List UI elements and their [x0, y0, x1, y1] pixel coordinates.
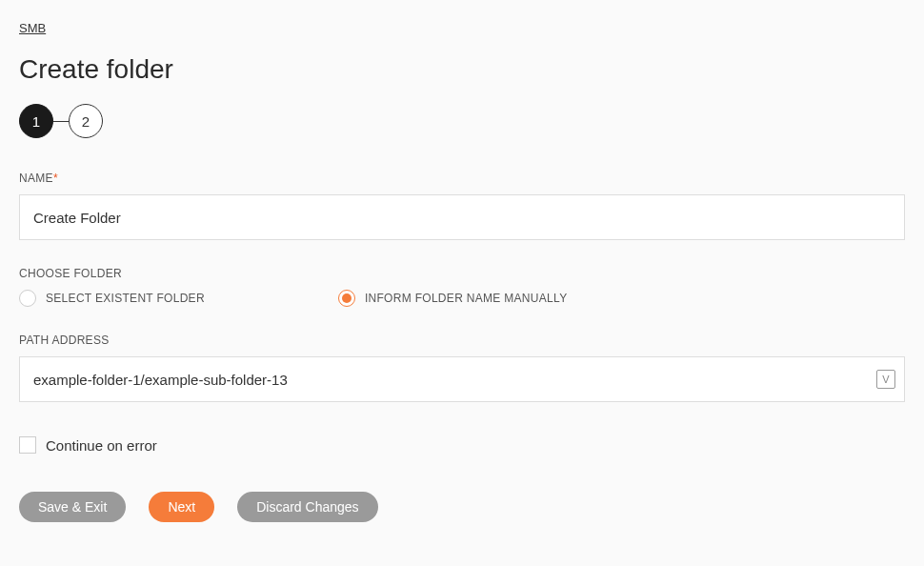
- save-exit-button[interactable]: Save & Exit: [19, 492, 126, 522]
- discard-changes-button[interactable]: Discard Changes: [237, 492, 377, 522]
- radio-label-existent: SELECT EXISTENT FOLDER: [46, 292, 205, 305]
- path-input-wrapper: V: [19, 356, 905, 402]
- radio-group-folder: SELECT EXISTENT FOLDER INFORM FOLDER NAM…: [19, 290, 905, 307]
- field-name: NAME*: [19, 172, 905, 240]
- name-label-text: NAME: [19, 172, 53, 185]
- radio-inform-manually[interactable]: INFORM FOLDER NAME MANUALLY: [338, 290, 568, 307]
- step-2[interactable]: 2: [69, 104, 103, 138]
- path-address-label: PATH ADDRESS: [19, 334, 905, 347]
- required-asterisk: *: [53, 172, 58, 185]
- name-label: NAME*: [19, 172, 905, 185]
- breadcrumb-smb[interactable]: SMB: [19, 21, 46, 35]
- radio-select-existent[interactable]: SELECT EXISTENT FOLDER: [19, 290, 205, 307]
- continue-on-error-label: Continue on error: [46, 437, 157, 454]
- continue-on-error-checkbox[interactable]: [19, 436, 36, 454]
- field-path-address: PATH ADDRESS V: [19, 334, 905, 402]
- step-1[interactable]: 1: [19, 104, 53, 138]
- field-choose-folder: CHOOSE FOLDER SELECT EXISTENT FOLDER INF…: [19, 267, 905, 307]
- choose-folder-label: CHOOSE FOLDER: [19, 267, 905, 280]
- next-button[interactable]: Next: [149, 492, 214, 522]
- step-connector: [53, 121, 69, 122]
- continue-on-error-row: Continue on error: [19, 436, 905, 454]
- radio-circle-existent: [19, 290, 36, 307]
- variable-icon[interactable]: V: [876, 370, 895, 389]
- radio-circle-manually: [338, 290, 355, 307]
- radio-label-manually: INFORM FOLDER NAME MANUALLY: [365, 292, 568, 305]
- button-row: Save & Exit Next Discard Changes: [19, 492, 905, 522]
- name-input[interactable]: [19, 194, 905, 240]
- page-title: Create folder: [19, 54, 905, 85]
- path-address-input[interactable]: [19, 356, 905, 402]
- stepper: 1 2: [19, 104, 905, 138]
